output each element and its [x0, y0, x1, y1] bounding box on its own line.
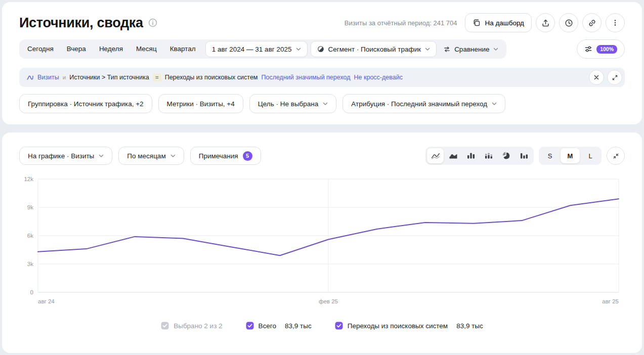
metrics-chip-label: Метрики · Визиты, +4	[167, 100, 235, 108]
comparison-label: Сравнение	[454, 46, 489, 53]
column-chart-icon	[520, 152, 529, 159]
goal-chip[interactable]: Цель · Не выбрана	[249, 94, 337, 113]
expand-segment-button[interactable]	[607, 70, 622, 85]
chart-legend: Выбрано 2 из 2 Всего 83,9 тыс Переходы и…	[19, 322, 625, 330]
sampling-icon	[584, 45, 592, 53]
chevron-down-icon	[170, 154, 176, 158]
expand-icon	[612, 74, 618, 81]
legend-item-search-traffic[interactable]: Переходы из поисковых систем 83,9 тыс	[335, 322, 483, 330]
visits-summary: Визиты за отчётный период: 241 704	[345, 19, 457, 27]
svg-text:3k: 3k	[27, 261, 33, 267]
line-chart-type-button[interactable]	[427, 148, 444, 163]
to-dashboard-label: На дашборд	[485, 19, 524, 27]
date-range-label: 1 авг 2024 — 31 авг 2025	[212, 46, 292, 53]
chevron-down-icon	[296, 48, 301, 51]
clear-segment-button[interactable]	[589, 70, 604, 85]
column-chart-type-button[interactable]	[516, 148, 532, 163]
svg-text:6k: 6k	[27, 233, 33, 239]
page-title: Источники, сводка	[19, 15, 143, 31]
filter-conjunction: и	[63, 74, 66, 80]
collapse-chart-button[interactable]	[607, 147, 625, 165]
dashboard-icon	[473, 19, 481, 27]
size-medium-button[interactable]: M	[561, 148, 580, 163]
chart-controls-left: На графике · Визиты По месяцам Примечани…	[19, 147, 261, 165]
comparison-select[interactable]: Сравнение	[437, 46, 504, 53]
area-chart-icon	[449, 152, 458, 159]
bar-chart-icon	[466, 152, 476, 159]
chart-grouping-label: По месяцам	[127, 152, 165, 160]
chart-card: На графике · Визиты По месяцам Примечани…	[2, 132, 642, 353]
checkbox-icon	[335, 322, 343, 330]
date-range-select[interactable]: 1 авг 2024 — 31 авг 2025	[205, 41, 308, 57]
filter-metric-link[interactable]: Визиты	[37, 74, 59, 81]
chart-grouping-select[interactable]: По месяцам	[118, 147, 184, 165]
filter-path[interactable]: Источники > Тип источника	[69, 74, 149, 81]
size-large-button[interactable]: L	[581, 148, 600, 163]
attribution-chip-label: Атрибуция · Последний значимый переход	[351, 100, 487, 108]
svg-text:9k: 9k	[27, 204, 33, 210]
chevron-down-icon	[425, 48, 430, 51]
period-tab-month[interactable]: Месяц	[130, 41, 163, 57]
bar-chart-type-button[interactable]	[462, 148, 479, 163]
history-icon	[565, 19, 573, 27]
notes-count-badge: 5	[243, 151, 252, 161]
filter-attribution-link[interactable]: Последний значимый переход	[261, 74, 350, 81]
settings-chips-row: Группировка · Источник трафика, +2 Метри…	[19, 94, 625, 113]
area-chart-type-button[interactable]	[445, 148, 461, 163]
period-tab-week[interactable]: Неделя	[93, 41, 130, 57]
legend-select-all-label: Выбрано 2 из 2	[174, 322, 222, 330]
sampling-button[interactable]: 100%	[577, 39, 625, 59]
attribution-chip[interactable]: Атрибуция · Последний значимый переход	[342, 94, 505, 113]
period-tab-today[interactable]: Сегодня	[21, 41, 60, 57]
pie-chart-type-button[interactable]	[498, 148, 514, 163]
notes-button[interactable]: Примечания 5	[190, 147, 261, 165]
grouping-chip-label: Группировка · Источник трафика, +2	[28, 100, 144, 108]
segment-select[interactable]: Сегмент · Поисковый трафик	[311, 41, 437, 57]
legend-item-total[interactable]: Всего 83,9 тыс	[246, 322, 312, 330]
chevron-down-icon	[492, 102, 497, 106]
stacked-bar-chart-type-button[interactable]	[480, 148, 497, 163]
compare-icon	[443, 46, 451, 53]
chart-size-toggle-group: S M L	[539, 147, 602, 165]
chevron-down-icon	[323, 102, 328, 106]
filter-device-link[interactable]: Не кросс-девайс	[354, 74, 403, 81]
more-menu-button[interactable]	[606, 13, 625, 32]
segmentation-bar: Визиты и Источники > Тип источника = Пер…	[19, 68, 625, 87]
svg-text:фев 25: фев 25	[319, 298, 338, 304]
export-button[interactable]	[536, 13, 555, 32]
to-dashboard-button[interactable]: На дашборд	[465, 13, 532, 32]
chart-type-toggle-group	[425, 147, 534, 165]
line-chart-icon	[431, 152, 440, 159]
period-tab-quarter[interactable]: Квартал	[163, 41, 202, 57]
filter-value[interactable]: Переходы из поисковых систем	[165, 74, 258, 81]
period-tab-yesterday[interactable]: Вчера	[60, 41, 93, 57]
checkbox-icon	[246, 322, 254, 330]
chart-metric-label: На графике · Визиты	[28, 152, 94, 160]
legend-search-label: Переходы из поисковых систем	[348, 322, 448, 330]
header-actions: Визиты за отчётный период: 241 704 На да…	[345, 13, 625, 32]
link-button[interactable]	[582, 13, 602, 32]
chart-metric-select[interactable]: На графике · Визиты	[19, 147, 112, 165]
info-icon[interactable]	[148, 18, 157, 27]
more-icon	[611, 19, 619, 27]
size-small-button[interactable]: S	[540, 148, 560, 163]
metrica-page: Источники, сводка Визиты за отчётный пер…	[0, 0, 644, 355]
report-header-card: Источники, сводка Визиты за отчётный пер…	[2, 2, 642, 124]
history-button[interactable]	[559, 13, 578, 32]
chevron-down-icon	[493, 48, 498, 51]
chevron-down-icon	[99, 154, 104, 158]
chart-area: 03k6k9k12kавг 24фев 25авг 25	[19, 172, 625, 312]
legend-select-all[interactable]: Выбрано 2 из 2	[161, 322, 222, 330]
filter-operator-badge[interactable]: =	[153, 73, 161, 82]
sampling-badge: 100%	[596, 45, 617, 54]
period-row: Сегодня Вчера Неделя Месяц Квартал 1 авг…	[19, 39, 625, 59]
segmentation-conditions: Визиты и Источники > Тип источника = Пер…	[26, 73, 403, 82]
link-icon	[588, 19, 596, 27]
svg-text:12k: 12k	[24, 176, 33, 182]
svg-text:0: 0	[30, 289, 33, 295]
grouping-chip[interactable]: Группировка · Источник трафика, +2	[19, 94, 152, 113]
title-wrap: Источники, сводка	[19, 15, 157, 31]
metrics-chip[interactable]: Метрики · Визиты, +4	[158, 94, 243, 113]
goal-chip-label: Цель · Не выбрана	[258, 100, 319, 108]
legend-total-value: 83,9 тыс	[285, 322, 312, 330]
